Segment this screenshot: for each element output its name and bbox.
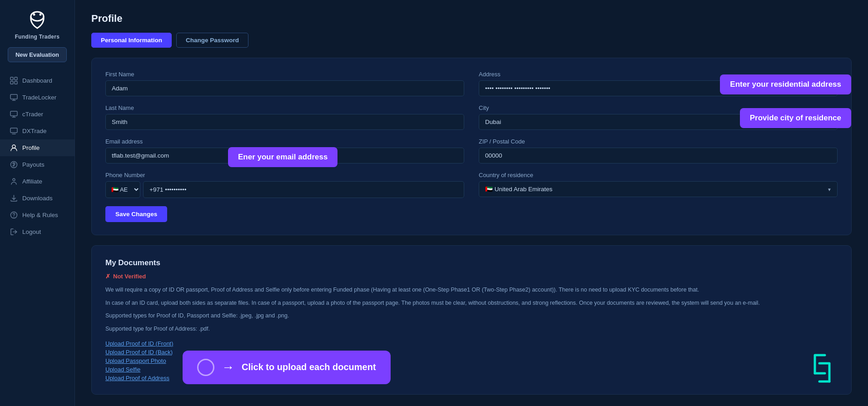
- dollar-icon: [10, 161, 18, 168]
- zip-label: ZIP / Postal Code: [479, 138, 838, 145]
- brand-name: Funding Traders: [15, 34, 60, 40]
- svg-rect-7: [10, 94, 17, 99]
- logout-icon: [10, 228, 18, 236]
- email-label: Email address: [105, 138, 464, 145]
- svg-rect-9: [10, 128, 17, 133]
- teal-logo-icon: [802, 351, 838, 387]
- user-icon: [10, 144, 18, 152]
- address-input[interactable]: [479, 80, 838, 96]
- last-name-input[interactable]: [105, 114, 464, 130]
- documents-card: My Documents ✗ Not Verified We will requ…: [91, 245, 852, 395]
- phone-row: 🇦🇪 AE 🇺🇸 US 🇬🇧 GB: [105, 181, 464, 198]
- tab-change-password[interactable]: Change Password: [176, 33, 248, 48]
- sidebar-item-dxtrade[interactable]: DXTrade: [0, 123, 74, 139]
- upload-id-front-link[interactable]: Upload Proof of ID (Front): [105, 340, 838, 347]
- sidebar-item-logout[interactable]: Logout: [0, 223, 74, 240]
- first-name-group: First Name: [105, 71, 464, 96]
- sidebar-item-downloads[interactable]: Downloads: [0, 190, 74, 207]
- country-select-wrapper: 🇦🇪 United Arab Emirates 🇺🇸 United States…: [479, 181, 838, 197]
- phone-number-input[interactable]: [143, 181, 464, 198]
- svg-point-10: [12, 145, 15, 148]
- svg-point-0: [31, 12, 44, 21]
- sidebar-logo: Funding Traders: [15, 8, 60, 40]
- help-icon: [10, 211, 18, 219]
- first-name-label: First Name: [105, 71, 464, 78]
- docs-info-1: We will require a copy of ID OR passport…: [105, 285, 838, 295]
- documents-title: My Documents: [105, 258, 838, 267]
- svg-point-2: [39, 14, 41, 16]
- svg-rect-6: [15, 81, 17, 84]
- docs-info-3: Supported types for Proof of ID, Passpor…: [105, 311, 838, 321]
- ctrader-label: cTrader: [22, 111, 43, 118]
- affiliate-icon: [10, 178, 18, 185]
- profile-tabs: Personal Information Change Password: [91, 33, 852, 48]
- upload-passport-link[interactable]: Upload Passport Photo: [105, 357, 838, 364]
- new-evaluation-button[interactable]: New Evaluation: [8, 47, 67, 62]
- address-label: Address: [479, 71, 838, 78]
- svg-rect-3: [10, 77, 13, 80]
- upload-address-link[interactable]: Upload Proof of Address: [105, 375, 838, 381]
- city-label: City: [479, 104, 838, 111]
- country-group: Country of residence 🇦🇪 United Arab Emir…: [479, 172, 838, 198]
- dx-icon: [10, 127, 18, 135]
- help-label: Help & Rules: [22, 212, 58, 218]
- tab-personal-information[interactable]: Personal Information: [91, 33, 172, 48]
- city-input[interactable]: [479, 114, 838, 130]
- save-changes-button[interactable]: Save Changes: [105, 206, 167, 222]
- sidebar: Funding Traders New Evaluation Dashboard…: [0, 0, 75, 406]
- tradelocker-label: TradeLocker: [22, 94, 56, 101]
- svg-point-1: [33, 14, 35, 16]
- form-grid: First Name Address Last Name City Email …: [105, 71, 838, 198]
- monitor-icon: [10, 94, 18, 101]
- sidebar-item-affiliate[interactable]: Affiliate: [0, 173, 74, 190]
- country-select[interactable]: 🇦🇪 United Arab Emirates 🇺🇸 United States…: [479, 181, 838, 197]
- city-group: City: [479, 104, 838, 130]
- phone-group: Phone Number 🇦🇪 AE 🇺🇸 US 🇬🇧 GB: [105, 172, 464, 198]
- download-icon: [10, 194, 18, 202]
- upload-id-back-link[interactable]: Upload Proof of ID (Back): [105, 349, 838, 356]
- country-label: Country of residence: [479, 172, 838, 178]
- payouts-label: Payouts: [22, 161, 45, 168]
- email-input[interactable]: [105, 148, 464, 163]
- phone-country-select[interactable]: 🇦🇪 AE 🇺🇸 US 🇬🇧 GB: [105, 181, 140, 198]
- x-icon: ✗: [105, 273, 110, 280]
- logout-label: Logout: [22, 228, 41, 235]
- downloads-label: Downloads: [22, 195, 53, 202]
- sidebar-item-ctrader[interactable]: cTrader: [0, 106, 74, 123]
- sidebar-item-payouts[interactable]: Payouts: [0, 156, 74, 173]
- page-title: Profile: [91, 13, 852, 25]
- address-group: Address: [479, 71, 838, 96]
- sidebar-item-dashboard[interactable]: Dashboard: [0, 72, 74, 89]
- grid-icon: [10, 77, 18, 84]
- svg-rect-4: [15, 77, 17, 80]
- phone-label: Phone Number: [105, 172, 464, 178]
- monitor2-icon: [10, 110, 18, 118]
- dashboard-label: Dashboard: [22, 77, 52, 84]
- sidebar-item-help[interactable]: Help & Rules: [0, 207, 74, 223]
- docs-info-4: Supported type for Proof of Address: .pd…: [105, 324, 838, 334]
- zip-input[interactable]: [479, 148, 838, 163]
- svg-rect-5: [10, 81, 13, 84]
- dxtrade-label: DXTrade: [22, 128, 47, 134]
- upload-selfie-link[interactable]: Upload Selfie: [105, 366, 838, 373]
- sidebar-item-tradelocker[interactable]: TradeLocker: [0, 89, 74, 106]
- sidebar-item-profile[interactable]: Profile: [0, 139, 74, 156]
- zip-group: ZIP / Postal Code: [479, 138, 838, 163]
- logo-icon: [25, 8, 49, 32]
- not-verified-badge: ✗ Not Verified: [105, 273, 838, 280]
- last-name-group: Last Name: [105, 104, 464, 130]
- affiliate-label: Affiliate: [22, 178, 42, 185]
- last-name-label: Last Name: [105, 104, 464, 111]
- profile-label: Profile: [22, 144, 40, 151]
- email-group: Email address: [105, 138, 464, 163]
- docs-info-2: In case of an ID card, upload both sides…: [105, 298, 838, 308]
- svg-point-12: [13, 178, 15, 181]
- personal-info-card: First Name Address Last Name City Email …: [91, 58, 852, 235]
- main-content: Profile Personal Information Change Pass…: [75, 0, 868, 406]
- document-links: Upload Proof of ID (Front) Upload Proof …: [105, 340, 838, 381]
- svg-rect-8: [10, 111, 17, 116]
- first-name-input[interactable]: [105, 80, 464, 96]
